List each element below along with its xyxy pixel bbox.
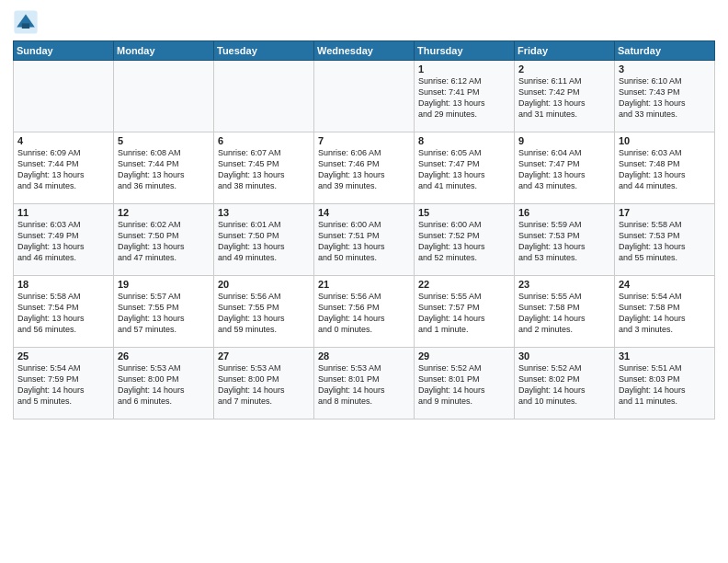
- day-header-monday: Monday: [114, 41, 214, 61]
- cell-content: Sunrise: 6:08 AM Sunset: 7:44 PM Dayligh…: [118, 147, 210, 192]
- day-number: 11: [17, 207, 109, 218]
- cell-content: Sunrise: 5:58 AM Sunset: 7:54 PM Dayligh…: [17, 291, 109, 336]
- day-number: 18: [17, 279, 109, 290]
- calendar-cell: 23Sunrise: 5:55 AM Sunset: 7:58 PM Dayli…: [515, 276, 615, 348]
- day-number: 20: [218, 279, 310, 290]
- day-number: 21: [318, 279, 410, 290]
- cell-content: Sunrise: 6:00 AM Sunset: 7:51 PM Dayligh…: [318, 219, 410, 264]
- cell-content: Sunrise: 6:12 AM Sunset: 7:41 PM Dayligh…: [418, 75, 510, 121]
- day-header-wednesday: Wednesday: [314, 41, 415, 61]
- calendar-cell: 14Sunrise: 6:00 AM Sunset: 7:51 PM Dayli…: [314, 204, 415, 276]
- cell-content: Sunrise: 5:53 AM Sunset: 8:00 PM Dayligh…: [218, 362, 310, 408]
- calendar-cell: 21Sunrise: 5:56 AM Sunset: 7:56 PM Dayli…: [314, 276, 415, 348]
- day-number: 17: [619, 207, 711, 218]
- day-number: 14: [318, 207, 410, 218]
- week-row-5: 25Sunrise: 5:54 AM Sunset: 7:59 PM Dayli…: [14, 348, 715, 419]
- calendar-cell: 15Sunrise: 6:00 AM Sunset: 7:52 PM Dayli…: [415, 204, 515, 276]
- calendar-cell: 30Sunrise: 5:52 AM Sunset: 8:02 PM Dayli…: [515, 348, 615, 419]
- day-number: 5: [118, 135, 210, 146]
- calendar-cell: 24Sunrise: 5:54 AM Sunset: 7:58 PM Dayli…: [615, 276, 715, 348]
- calendar-cell: 2Sunrise: 6:11 AM Sunset: 7:42 PM Daylig…: [515, 61, 615, 132]
- day-number: 15: [418, 207, 510, 218]
- calendar-cell: 20Sunrise: 5:56 AM Sunset: 7:55 PM Dayli…: [214, 276, 314, 348]
- calendar-cell: 3Sunrise: 6:10 AM Sunset: 7:43 PM Daylig…: [615, 61, 715, 132]
- day-header-friday: Friday: [515, 41, 615, 61]
- calendar-cell: 29Sunrise: 5:52 AM Sunset: 8:01 PM Dayli…: [415, 348, 515, 419]
- cell-content: Sunrise: 5:52 AM Sunset: 8:02 PM Dayligh…: [518, 362, 610, 408]
- day-number: 1: [418, 63, 510, 75]
- day-header-tuesday: Tuesday: [214, 41, 314, 61]
- day-number: 24: [619, 279, 711, 290]
- calendar-cell: 6Sunrise: 6:07 AM Sunset: 7:45 PM Daylig…: [214, 132, 314, 204]
- day-number: 23: [518, 279, 610, 290]
- calendar-cell: 19Sunrise: 5:57 AM Sunset: 7:55 PM Dayli…: [114, 276, 214, 348]
- cell-content: Sunrise: 5:53 AM Sunset: 8:01 PM Dayligh…: [318, 362, 410, 408]
- day-number: 25: [17, 350, 109, 362]
- day-number: 28: [318, 350, 410, 362]
- cell-content: Sunrise: 6:00 AM Sunset: 7:52 PM Dayligh…: [418, 219, 510, 264]
- logo: [13, 9, 40, 35]
- week-row-3: 11Sunrise: 6:03 AM Sunset: 7:49 PM Dayli…: [14, 204, 715, 276]
- calendar-container: SundayMondayTuesdayWednesdayThursdayFrid…: [0, 0, 728, 563]
- cell-content: Sunrise: 6:03 AM Sunset: 7:49 PM Dayligh…: [17, 219, 109, 264]
- cell-content: Sunrise: 5:55 AM Sunset: 7:57 PM Dayligh…: [418, 291, 510, 336]
- day-number: 13: [218, 207, 310, 218]
- days-header-row: SundayMondayTuesdayWednesdayThursdayFrid…: [14, 41, 715, 61]
- week-row-4: 18Sunrise: 5:58 AM Sunset: 7:54 PM Dayli…: [14, 276, 715, 348]
- cell-content: Sunrise: 6:01 AM Sunset: 7:50 PM Dayligh…: [218, 219, 310, 264]
- day-number: 2: [518, 63, 610, 75]
- calendar-cell: 4Sunrise: 6:09 AM Sunset: 7:44 PM Daylig…: [14, 132, 114, 204]
- calendar-cell: 26Sunrise: 5:53 AM Sunset: 8:00 PM Dayli…: [114, 348, 214, 419]
- calendar-cell: [14, 61, 114, 132]
- day-number: 3: [619, 63, 711, 75]
- day-number: 30: [518, 350, 610, 362]
- day-number: 19: [118, 279, 210, 290]
- calendar-cell: 10Sunrise: 6:03 AM Sunset: 7:48 PM Dayli…: [615, 132, 715, 204]
- cell-content: Sunrise: 5:55 AM Sunset: 7:58 PM Dayligh…: [518, 291, 610, 336]
- calendar-cell: 12Sunrise: 6:02 AM Sunset: 7:50 PM Dayli…: [114, 204, 214, 276]
- day-header-thursday: Thursday: [415, 41, 515, 61]
- day-number: 8: [418, 135, 510, 146]
- calendar-cell: 8Sunrise: 6:05 AM Sunset: 7:47 PM Daylig…: [415, 132, 515, 204]
- day-number: 27: [218, 350, 310, 362]
- week-row-1: 1Sunrise: 6:12 AM Sunset: 7:41 PM Daylig…: [14, 61, 715, 132]
- calendar-cell: [114, 61, 214, 132]
- calendar-cell: 11Sunrise: 6:03 AM Sunset: 7:49 PM Dayli…: [14, 204, 114, 276]
- day-number: 29: [418, 350, 510, 362]
- day-number: 26: [118, 350, 210, 362]
- day-number: 16: [518, 207, 610, 218]
- cell-content: Sunrise: 6:10 AM Sunset: 7:43 PM Dayligh…: [619, 75, 711, 121]
- calendar-cell: [314, 61, 415, 132]
- day-number: 6: [218, 135, 310, 146]
- cell-content: Sunrise: 6:04 AM Sunset: 7:47 PM Dayligh…: [518, 147, 610, 192]
- calendar-cell: 17Sunrise: 5:58 AM Sunset: 7:53 PM Dayli…: [615, 204, 715, 276]
- calendar-table: SundayMondayTuesdayWednesdayThursdayFrid…: [13, 40, 715, 419]
- day-header-saturday: Saturday: [615, 41, 715, 61]
- cell-content: Sunrise: 5:59 AM Sunset: 7:53 PM Dayligh…: [518, 219, 610, 264]
- cell-content: Sunrise: 5:56 AM Sunset: 7:56 PM Dayligh…: [318, 291, 410, 336]
- calendar-cell: 25Sunrise: 5:54 AM Sunset: 7:59 PM Dayli…: [14, 348, 114, 419]
- cell-content: Sunrise: 5:56 AM Sunset: 7:55 PM Dayligh…: [218, 291, 310, 336]
- day-number: 10: [619, 135, 711, 146]
- cell-content: Sunrise: 6:07 AM Sunset: 7:45 PM Dayligh…: [218, 147, 310, 192]
- calendar-cell: 27Sunrise: 5:53 AM Sunset: 8:00 PM Dayli…: [214, 348, 314, 419]
- day-number: 7: [318, 135, 410, 146]
- calendar-cell: 16Sunrise: 5:59 AM Sunset: 7:53 PM Dayli…: [515, 204, 615, 276]
- calendar-cell: 31Sunrise: 5:51 AM Sunset: 8:03 PM Dayli…: [615, 348, 715, 419]
- cell-content: Sunrise: 6:06 AM Sunset: 7:46 PM Dayligh…: [318, 147, 410, 192]
- calendar-cell: [214, 61, 314, 132]
- svg-rect-2: [22, 23, 29, 29]
- calendar-cell: 5Sunrise: 6:08 AM Sunset: 7:44 PM Daylig…: [114, 132, 214, 204]
- cell-content: Sunrise: 5:51 AM Sunset: 8:03 PM Dayligh…: [619, 362, 711, 408]
- calendar-cell: 1Sunrise: 6:12 AM Sunset: 7:41 PM Daylig…: [415, 61, 515, 132]
- cell-content: Sunrise: 6:02 AM Sunset: 7:50 PM Dayligh…: [118, 219, 210, 264]
- cell-content: Sunrise: 5:54 AM Sunset: 7:58 PM Dayligh…: [619, 291, 711, 336]
- logo-icon: [13, 9, 39, 35]
- day-number: 31: [619, 350, 711, 362]
- day-header-sunday: Sunday: [14, 41, 114, 61]
- day-number: 4: [17, 135, 109, 146]
- week-row-2: 4Sunrise: 6:09 AM Sunset: 7:44 PM Daylig…: [14, 132, 715, 204]
- day-number: 22: [418, 279, 510, 290]
- header: [13, 9, 715, 35]
- day-number: 9: [518, 135, 610, 146]
